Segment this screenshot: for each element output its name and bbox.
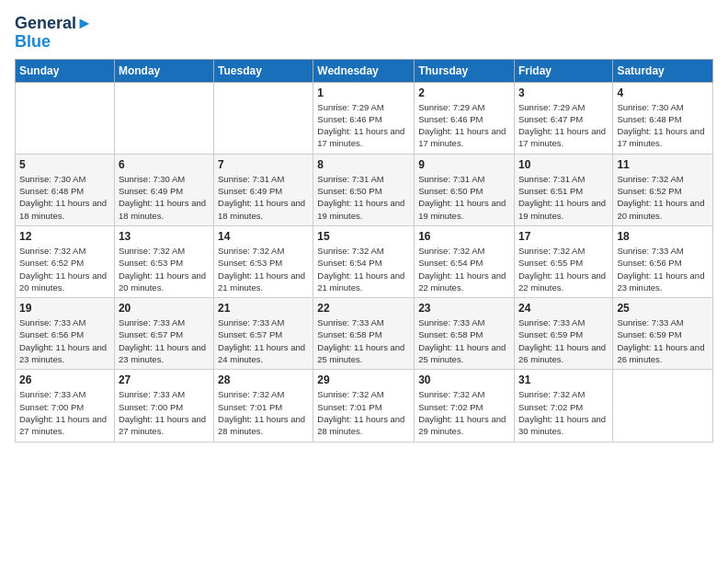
day-number: 13 [119,230,210,243]
calendar-day-2: 2Sunrise: 7:29 AM Sunset: 6:46 PM Daylig… [415,82,515,154]
day-info: Sunrise: 7:31 AM Sunset: 6:50 PM Dayligh… [317,173,410,222]
calendar-table: SundayMondayTuesdayWednesdayThursdayFrid… [15,59,713,442]
day-info: Sunrise: 7:33 AM Sunset: 6:57 PM Dayligh… [218,316,309,365]
calendar-day-8: 8Sunrise: 7:31 AM Sunset: 6:50 PM Daylig… [313,154,415,225]
calendar-header-row: SundayMondayTuesdayWednesdayThursdayFrid… [16,59,713,82]
day-number: 1 [317,86,410,99]
day-number: 31 [518,373,609,386]
day-number: 19 [19,302,110,315]
day-info: Sunrise: 7:33 AM Sunset: 6:58 PM Dayligh… [418,316,510,365]
calendar-day-4: 4Sunrise: 7:30 AM Sunset: 6:48 PM Daylig… [613,82,713,154]
day-number: 15 [317,230,410,243]
day-number: 8 [317,158,410,171]
logo: General►Blue [15,15,93,52]
day-info: Sunrise: 7:33 AM Sunset: 6:57 PM Dayligh… [119,316,210,365]
day-info: Sunrise: 7:32 AM Sunset: 6:55 PM Dayligh… [518,245,609,293]
calendar-day-30: 30Sunrise: 7:32 AM Sunset: 7:02 PM Dayli… [415,370,515,442]
calendar-week-5: 26Sunrise: 7:33 AM Sunset: 7:00 PM Dayli… [16,370,713,442]
calendar-week-1: 1Sunrise: 7:29 AM Sunset: 6:46 PM Daylig… [16,82,713,154]
day-number: 11 [617,158,709,171]
day-number: 24 [518,302,609,315]
calendar-day-29: 29Sunrise: 7:32 AM Sunset: 7:01 PM Dayli… [313,370,415,442]
day-number: 21 [218,302,309,315]
day-info: Sunrise: 7:31 AM Sunset: 6:49 PM Dayligh… [218,173,309,222]
day-number: 6 [119,158,210,171]
calendar-empty [16,82,115,154]
day-number: 27 [119,373,210,386]
day-info: Sunrise: 7:29 AM Sunset: 6:47 PM Dayligh… [518,101,609,150]
day-info: Sunrise: 7:32 AM Sunset: 6:53 PM Dayligh… [119,245,210,293]
day-number: 14 [218,230,309,243]
calendar-day-22: 22Sunrise: 7:33 AM Sunset: 6:58 PM Dayli… [313,298,415,370]
day-info: Sunrise: 7:32 AM Sunset: 7:02 PM Dayligh… [418,388,510,437]
calendar-day-20: 20Sunrise: 7:33 AM Sunset: 6:57 PM Dayli… [114,298,213,370]
calendar-day-15: 15Sunrise: 7:32 AM Sunset: 6:54 PM Dayli… [313,225,415,297]
calendar-day-12: 12Sunrise: 7:32 AM Sunset: 6:52 PM Dayli… [16,225,115,297]
weekday-header-sunday: Sunday [16,59,115,82]
calendar-day-1: 1Sunrise: 7:29 AM Sunset: 6:46 PM Daylig… [313,82,415,154]
day-info: Sunrise: 7:30 AM Sunset: 6:48 PM Dayligh… [19,173,110,222]
calendar-week-3: 12Sunrise: 7:32 AM Sunset: 6:52 PM Dayli… [16,225,713,297]
weekday-header-saturday: Saturday [613,59,713,82]
day-info: Sunrise: 7:32 AM Sunset: 6:52 PM Dayligh… [617,173,709,222]
weekday-header-tuesday: Tuesday [214,59,313,82]
calendar-day-3: 3Sunrise: 7:29 AM Sunset: 6:47 PM Daylig… [514,82,612,154]
day-info: Sunrise: 7:32 AM Sunset: 7:02 PM Dayligh… [518,388,609,437]
day-number: 10 [518,158,609,171]
weekday-header-thursday: Thursday [415,59,515,82]
calendar-empty [114,82,213,154]
day-number: 7 [218,158,309,171]
day-number: 5 [19,158,110,171]
calendar-day-17: 17Sunrise: 7:32 AM Sunset: 6:55 PM Dayli… [514,225,612,297]
calendar-day-25: 25Sunrise: 7:33 AM Sunset: 6:59 PM Dayli… [613,298,713,370]
day-number: 12 [19,230,110,243]
page-header: General►Blue [15,15,713,52]
calendar-day-27: 27Sunrise: 7:33 AM Sunset: 7:00 PM Dayli… [114,370,213,442]
weekday-header-monday: Monday [114,59,213,82]
day-info: Sunrise: 7:30 AM Sunset: 6:48 PM Dayligh… [617,101,709,150]
day-number: 26 [19,373,110,386]
day-info: Sunrise: 7:33 AM Sunset: 6:56 PM Dayligh… [617,245,709,293]
calendar-day-16: 16Sunrise: 7:32 AM Sunset: 6:54 PM Dayli… [415,225,515,297]
day-info: Sunrise: 7:32 AM Sunset: 6:54 PM Dayligh… [317,245,410,293]
calendar-day-28: 28Sunrise: 7:32 AM Sunset: 7:01 PM Dayli… [214,370,313,442]
calendar-day-18: 18Sunrise: 7:33 AM Sunset: 6:56 PM Dayli… [613,225,713,297]
day-number: 17 [518,230,609,243]
day-number: 16 [418,230,510,243]
calendar-week-4: 19Sunrise: 7:33 AM Sunset: 6:56 PM Dayli… [16,298,713,370]
day-info: Sunrise: 7:32 AM Sunset: 7:01 PM Dayligh… [218,388,309,437]
day-number: 9 [418,158,510,171]
day-number: 30 [418,373,510,386]
day-number: 3 [518,86,609,99]
day-info: Sunrise: 7:32 AM Sunset: 6:54 PM Dayligh… [418,245,510,293]
weekday-header-friday: Friday [514,59,612,82]
calendar-day-10: 10Sunrise: 7:31 AM Sunset: 6:51 PM Dayli… [514,154,612,225]
day-info: Sunrise: 7:33 AM Sunset: 6:58 PM Dayligh… [317,316,410,365]
calendar-day-31: 31Sunrise: 7:32 AM Sunset: 7:02 PM Dayli… [514,370,612,442]
day-number: 2 [418,86,510,99]
day-info: Sunrise: 7:33 AM Sunset: 6:56 PM Dayligh… [19,316,110,365]
day-info: Sunrise: 7:32 AM Sunset: 6:52 PM Dayligh… [19,245,110,293]
day-number: 23 [418,302,510,315]
day-info: Sunrise: 7:31 AM Sunset: 6:50 PM Dayligh… [418,173,510,222]
calendar-day-26: 26Sunrise: 7:33 AM Sunset: 7:00 PM Dayli… [16,370,115,442]
day-info: Sunrise: 7:33 AM Sunset: 7:00 PM Dayligh… [119,388,210,437]
calendar-day-9: 9Sunrise: 7:31 AM Sunset: 6:50 PM Daylig… [415,154,515,225]
day-info: Sunrise: 7:32 AM Sunset: 6:53 PM Dayligh… [218,245,309,293]
day-number: 25 [617,302,709,315]
day-info: Sunrise: 7:29 AM Sunset: 6:46 PM Dayligh… [317,101,410,150]
day-number: 28 [218,373,309,386]
calendar-day-14: 14Sunrise: 7:32 AM Sunset: 6:53 PM Dayli… [214,225,313,297]
day-number: 29 [317,373,410,386]
calendar-empty [613,370,713,442]
day-number: 18 [617,230,709,243]
calendar-day-7: 7Sunrise: 7:31 AM Sunset: 6:49 PM Daylig… [214,154,313,225]
day-info: Sunrise: 7:30 AM Sunset: 6:49 PM Dayligh… [119,173,210,222]
calendar-day-24: 24Sunrise: 7:33 AM Sunset: 6:59 PM Dayli… [514,298,612,370]
calendar-day-5: 5Sunrise: 7:30 AM Sunset: 6:48 PM Daylig… [16,154,115,225]
calendar-day-6: 6Sunrise: 7:30 AM Sunset: 6:49 PM Daylig… [114,154,213,225]
day-info: Sunrise: 7:33 AM Sunset: 6:59 PM Dayligh… [617,316,709,365]
day-info: Sunrise: 7:33 AM Sunset: 6:59 PM Dayligh… [518,316,609,365]
weekday-header-wednesday: Wednesday [313,59,415,82]
day-info: Sunrise: 7:29 AM Sunset: 6:46 PM Dayligh… [418,101,510,150]
